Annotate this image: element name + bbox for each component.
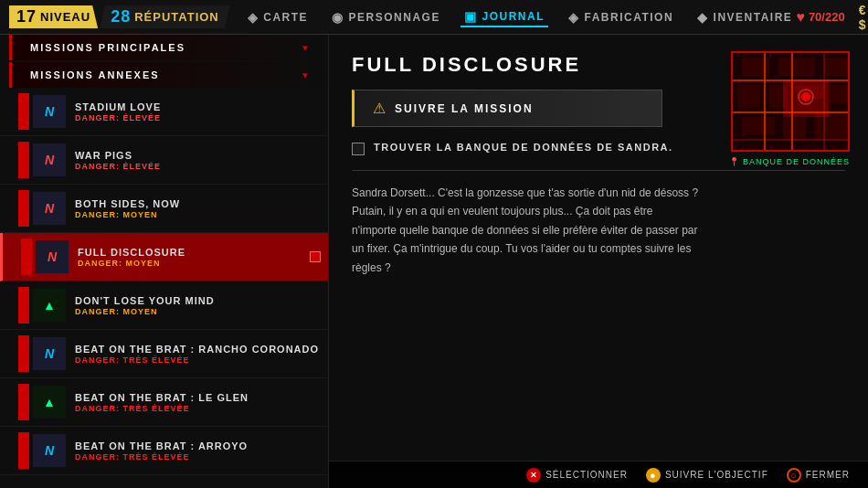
mission-danger-0: DANGER: ÉLEVÉE [75,113,321,122]
mission-text-6: BEAT ON THE BRAT : LE GLEN DANGER: TRÈS … [75,392,321,413]
fabrication-icon: ◈ [568,10,580,25]
mission-red-dot-6 [18,384,29,420]
mission-icon-3: N [36,240,69,273]
action-close: ○ Fermer [787,468,850,483]
mission-icon-glyph-4: ▲ [43,298,56,313]
missions-principales-section: MISSIONS PRINCIPALES ▼ [0,35,328,60]
svg-rect-4 [737,85,760,108]
action-follow-label: Suivre l'objectif [665,470,768,480]
mission-item-dont-lose-mind[interactable]: ▲ DON'T LOSE YOUR MIND DANGER: MOYEN [0,281,328,330]
svg-rect-3 [824,58,847,76]
journal-icon: ▣ [464,9,478,24]
action-close-label: Fermer [806,470,850,480]
mission-icon-6: ▲ [33,386,66,419]
mission-icon-1: N [33,143,66,176]
rep-number: 28 [111,7,131,27]
minimap [731,51,850,152]
mission-icon-2: N [33,192,66,225]
nav-fabrication-label: FABRICATION [584,11,673,24]
active-mission-indicator [310,251,321,262]
personnage-icon: ◉ [332,10,344,25]
mission-item-brat-arroyo[interactable]: N BEAT ON THE BRAT : ARROYO DANGER: TRÈS… [0,427,328,475]
mission-item-brat-glen[interactable]: ▲ BEAT ON THE BRAT : LE GLEN DANGER: TRÈ… [0,378,328,427]
mission-icon-glyph-0: N [45,104,54,119]
mission-item-both-sides[interactable]: N BOTH SIDES, NOW DANGER: MOYEN [0,185,328,233]
minimap-inner [733,53,848,150]
nav-inventaire-label: INVENTAIRE [714,11,793,24]
mission-red-dot-3 [21,239,32,275]
mission-name-0: STADIUM LOVE [75,101,321,112]
sidebar: MISSIONS PRINCIPALES ▼ MISSIONS ANNEXES … [0,35,329,488]
top-bar-right: ♥ 70/220 €$ 16489 [796,3,868,32]
button-x: ✕ [526,468,541,483]
nav-carte-label: CARTE [263,11,308,24]
warning-icon: ⚠ [373,100,386,117]
mission-danger-1: DANGER: ÉLEVÉE [75,162,321,171]
mission-text-3: FULL DISCLOSURE DANGER: MOYEN [78,247,306,268]
missions-annexes-arrow: ▼ [301,70,310,80]
nav-journal[interactable]: ▣ JOURNAL [460,7,548,27]
health-icon: ♥ [796,9,805,26]
missions-principales-arrow: ▼ [301,43,310,53]
missions-principales-header[interactable]: MISSIONS PRINCIPALES ▼ [9,35,328,60]
mission-red-dot-2 [18,190,29,227]
player-stats: 17 NIVEAU 28 RÉPUTATION [9,5,244,28]
svg-rect-9 [783,117,806,140]
money-block: €$ 16489 [859,3,868,32]
nav-items: ◈ CARTE ◉ PERSONNAGE ▣ JOURNAL ◈ FABRICA… [244,7,797,27]
mission-text-4: DON'T LOSE YOUR MIND DANGER: MOYEN [75,295,321,316]
button-o: ● [646,468,661,483]
detail-divider [352,170,845,171]
mission-danger-2: DANGER: MOYEN [75,210,321,219]
level-label: NIVEAU [40,10,90,24]
money-icon: €$ [859,3,866,32]
nav-personnage-label: PERSONNAGE [349,11,440,24]
follow-mission-button[interactable]: ⚠ SUIVRE LA MISSION [352,90,662,127]
mission-name-3: FULL DISCLOSURE [78,247,306,258]
mission-name-4: DON'T LOSE YOUR MIND [75,295,321,306]
action-follow: ● Suivre l'objectif [646,468,768,483]
missions-annexes-title: MISSIONS ANNEXES [30,69,160,80]
minimap-label: BANQUE DE DONNÉES [743,157,850,166]
health-value: 70/220 [809,10,845,24]
nav-inventaire[interactable]: ◆ INVENTAIRE [693,8,796,27]
mission-icon-glyph-3: N [48,249,57,264]
level-block: 17 NIVEAU [9,5,98,28]
svg-rect-7 [829,85,847,103]
nav-carte[interactable]: ◈ CARTE [244,8,312,27]
mission-red-dot-5 [18,335,29,372]
level-number: 17 [16,7,37,27]
carte-icon: ◈ [248,10,259,25]
mission-red-dot-1 [18,142,29,178]
mission-icon-4: ▲ [33,289,66,322]
mission-danger-3: DANGER: MOYEN [78,259,306,268]
mission-name-1: WAR PIGS [75,150,321,161]
objective-checkbox [352,143,365,155]
mission-red-dot-7 [18,432,29,469]
mission-text-1: WAR PIGS DANGER: ÉLEVÉE [75,150,321,171]
mission-icon-5: N [33,337,66,370]
mission-text-0: STADIUM LOVE DANGER: ÉLEVÉE [75,101,321,122]
button-close: ○ [787,468,801,483]
mission-icon-0: N [33,95,66,128]
mission-name-5: BEAT ON THE BRAT : RANCHO CORONADO [75,344,321,355]
rep-label: RÉPUTATION [134,10,219,24]
mission-item-brat-rancho[interactable]: N BEAT ON THE BRAT : RANCHO CORONADO DAN… [0,330,328,378]
missions-annexes-header[interactable]: MISSIONS ANNEXES ▼ [9,62,328,88]
nav-personnage[interactable]: ◉ PERSONNAGE [328,8,444,27]
nav-fabrication[interactable]: ◈ FABRICATION [565,8,677,27]
rep-block: 28 RÉPUTATION [100,5,230,28]
mission-item-full-disclosure[interactable]: N FULL DISCLOSURE DANGER: MOYEN [0,233,328,281]
mission-item-stadium-love[interactable]: N STADIUM LOVE DANGER: ÉLEVÉE [0,88,328,136]
minimap-label-container: 📍 BANQUE DE DONNÉES [729,157,850,166]
nav-journal-label: JOURNAL [482,10,545,23]
mission-item-war-pigs[interactable]: N WAR PIGS DANGER: ÉLEVÉE [0,136,328,185]
missions-annexes-section: MISSIONS ANNEXES ▼ N STADIUM LOVE DANGER… [0,62,328,475]
main-content: MISSIONS PRINCIPALES ▼ MISSIONS ANNEXES … [0,35,868,488]
mission-red-dot-0 [18,93,29,130]
bottom-bar: ✕ Sélectionner ● Suivre l'objectif ○ Fer… [329,461,868,488]
map-marker-icon: 📍 [729,157,739,166]
mission-icon-glyph-2: N [45,201,54,216]
mission-danger-4: DANGER: MOYEN [75,307,321,316]
follow-mission-label: SUIVRE LA MISSION [395,102,534,115]
